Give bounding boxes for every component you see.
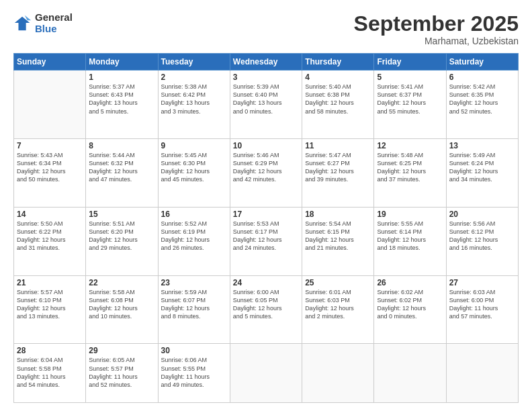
day-number: 22 (89, 278, 154, 287)
table-row (446, 344, 518, 403)
table-row: 12Sunrise: 5:48 AM Sunset: 6:25 PM Dayli… (374, 138, 446, 207)
day-info: Sunrise: 5:59 AM Sunset: 6:07 PM Dayligh… (161, 288, 227, 321)
day-info: Sunrise: 5:42 AM Sunset: 6:35 PM Dayligh… (449, 83, 515, 116)
table-row: 10Sunrise: 5:46 AM Sunset: 6:29 PM Dayli… (230, 138, 302, 207)
calendar-table: Sunday Monday Tuesday Wednesday Thursday… (13, 53, 519, 403)
day-info: Sunrise: 5:40 AM Sunset: 6:38 PM Dayligh… (305, 83, 371, 116)
day-info: Sunrise: 5:48 AM Sunset: 6:25 PM Dayligh… (377, 151, 443, 184)
table-row: 29Sunrise: 6:05 AM Sunset: 5:57 PM Dayli… (86, 344, 158, 403)
day-info: Sunrise: 5:53 AM Sunset: 6:17 PM Dayligh… (233, 220, 299, 253)
day-info: Sunrise: 6:05 AM Sunset: 5:57 PM Dayligh… (89, 356, 154, 389)
table-row: 19Sunrise: 5:55 AM Sunset: 6:14 PM Dayli… (374, 207, 446, 275)
day-info: Sunrise: 6:00 AM Sunset: 6:05 PM Dayligh… (233, 288, 299, 321)
logo-text: General Blue (35, 12, 73, 34)
table-row: 21Sunrise: 5:57 AM Sunset: 6:10 PM Dayli… (14, 275, 86, 344)
day-info: Sunrise: 6:02 AM Sunset: 6:02 PM Dayligh… (377, 288, 443, 321)
header-monday: Monday (86, 54, 158, 71)
table-row (302, 344, 374, 403)
day-info: Sunrise: 5:58 AM Sunset: 6:08 PM Dayligh… (89, 288, 154, 321)
day-info: Sunrise: 5:49 AM Sunset: 6:24 PM Dayligh… (449, 151, 515, 184)
calendar-header-row: Sunday Monday Tuesday Wednesday Thursday… (14, 54, 519, 71)
table-row: 24Sunrise: 6:00 AM Sunset: 6:05 PM Dayli… (230, 275, 302, 344)
day-info: Sunrise: 5:38 AM Sunset: 6:42 PM Dayligh… (161, 83, 227, 116)
table-row: 6Sunrise: 5:42 AM Sunset: 6:35 PM Daylig… (446, 71, 518, 139)
header-wednesday: Wednesday (230, 54, 302, 71)
table-row: 8Sunrise: 5:44 AM Sunset: 6:32 PM Daylig… (86, 138, 158, 207)
logo-general-text: General (35, 12, 73, 24)
table-row: 15Sunrise: 5:51 AM Sunset: 6:20 PM Dayli… (86, 207, 158, 275)
day-info: Sunrise: 5:45 AM Sunset: 6:30 PM Dayligh… (161, 151, 227, 184)
day-number: 12 (377, 141, 443, 150)
table-row: 11Sunrise: 5:47 AM Sunset: 6:27 PM Dayli… (302, 138, 374, 207)
day-number: 18 (305, 210, 371, 219)
day-number: 25 (305, 278, 371, 287)
day-info: Sunrise: 5:54 AM Sunset: 6:15 PM Dayligh… (305, 220, 371, 253)
day-number: 15 (89, 210, 154, 219)
calendar-week-row: 7Sunrise: 5:43 AM Sunset: 6:34 PM Daylig… (14, 138, 519, 207)
table-row: 14Sunrise: 5:50 AM Sunset: 6:22 PM Dayli… (14, 207, 86, 275)
logo-blue-text: Blue (35, 24, 73, 35)
day-number: 27 (449, 278, 515, 287)
calendar-week-row: 1Sunrise: 5:37 AM Sunset: 6:43 PM Daylig… (14, 71, 519, 139)
day-number: 6 (449, 73, 515, 82)
table-row: 27Sunrise: 6:03 AM Sunset: 6:00 PM Dayli… (446, 275, 518, 344)
logo-icon (13, 14, 32, 33)
day-number: 24 (233, 278, 299, 287)
table-row: 16Sunrise: 5:52 AM Sunset: 6:19 PM Dayli… (158, 207, 230, 275)
day-number: 16 (161, 210, 227, 219)
header-sunday: Sunday (14, 54, 86, 71)
header-friday: Friday (374, 54, 446, 71)
header-tuesday: Tuesday (158, 54, 230, 71)
day-number: 9 (161, 141, 227, 150)
day-number: 13 (449, 141, 515, 150)
day-info: Sunrise: 5:46 AM Sunset: 6:29 PM Dayligh… (233, 151, 299, 184)
day-number: 1 (89, 73, 154, 82)
table-row: 9Sunrise: 5:45 AM Sunset: 6:30 PM Daylig… (158, 138, 230, 207)
day-info: Sunrise: 5:52 AM Sunset: 6:19 PM Dayligh… (161, 220, 227, 253)
header-saturday: Saturday (446, 54, 518, 71)
month-title: September 2025 (354, 12, 519, 36)
day-info: Sunrise: 5:50 AM Sunset: 6:22 PM Dayligh… (17, 220, 83, 253)
table-row: 4Sunrise: 5:40 AM Sunset: 6:38 PM Daylig… (302, 71, 374, 139)
day-number: 5 (377, 73, 443, 82)
table-row: 26Sunrise: 6:02 AM Sunset: 6:02 PM Dayli… (374, 275, 446, 344)
day-number: 26 (377, 278, 443, 287)
day-number: 28 (17, 346, 83, 355)
table-row: 22Sunrise: 5:58 AM Sunset: 6:08 PM Dayli… (86, 275, 158, 344)
day-number: 14 (17, 210, 83, 219)
day-number: 2 (161, 73, 227, 82)
table-row: 7Sunrise: 5:43 AM Sunset: 6:34 PM Daylig… (14, 138, 86, 207)
table-row: 1Sunrise: 5:37 AM Sunset: 6:43 PM Daylig… (86, 71, 158, 139)
header-thursday: Thursday (302, 54, 374, 71)
day-info: Sunrise: 5:41 AM Sunset: 6:37 PM Dayligh… (377, 83, 443, 116)
day-number: 8 (89, 141, 154, 150)
calendar-week-row: 28Sunrise: 6:04 AM Sunset: 5:58 PM Dayli… (14, 344, 519, 403)
day-number: 23 (161, 278, 227, 287)
table-row (374, 344, 446, 403)
table-row (230, 344, 302, 403)
day-info: Sunrise: 5:51 AM Sunset: 6:20 PM Dayligh… (89, 220, 154, 253)
day-info: Sunrise: 6:04 AM Sunset: 5:58 PM Dayligh… (17, 356, 83, 389)
day-number: 19 (377, 210, 443, 219)
location-subtitle: Marhamat, Uzbekistan (354, 36, 519, 46)
day-info: Sunrise: 5:55 AM Sunset: 6:14 PM Dayligh… (377, 220, 443, 253)
table-row: 23Sunrise: 5:59 AM Sunset: 6:07 PM Dayli… (158, 275, 230, 344)
table-row: 5Sunrise: 5:41 AM Sunset: 6:37 PM Daylig… (374, 71, 446, 139)
day-number: 29 (89, 346, 154, 355)
calendar-week-row: 21Sunrise: 5:57 AM Sunset: 6:10 PM Dayli… (14, 275, 519, 344)
day-number: 7 (17, 141, 83, 150)
table-row: 18Sunrise: 5:54 AM Sunset: 6:15 PM Dayli… (302, 207, 374, 275)
calendar-week-row: 14Sunrise: 5:50 AM Sunset: 6:22 PM Dayli… (14, 207, 519, 275)
title-block: September 2025 Marhamat, Uzbekistan (354, 12, 519, 46)
day-number: 30 (161, 346, 227, 355)
day-number: 21 (17, 278, 83, 287)
day-number: 4 (305, 73, 371, 82)
table-row: 30Sunrise: 6:06 AM Sunset: 5:55 PM Dayli… (158, 344, 230, 403)
table-row: 3Sunrise: 5:39 AM Sunset: 6:40 PM Daylig… (230, 71, 302, 139)
table-row: 25Sunrise: 6:01 AM Sunset: 6:03 PM Dayli… (302, 275, 374, 344)
table-row: 17Sunrise: 5:53 AM Sunset: 6:17 PM Dayli… (230, 207, 302, 275)
table-row: 2Sunrise: 5:38 AM Sunset: 6:42 PM Daylig… (158, 71, 230, 139)
day-info: Sunrise: 5:44 AM Sunset: 6:32 PM Dayligh… (89, 151, 154, 184)
day-number: 3 (233, 73, 299, 82)
day-info: Sunrise: 5:56 AM Sunset: 6:12 PM Dayligh… (449, 220, 515, 253)
